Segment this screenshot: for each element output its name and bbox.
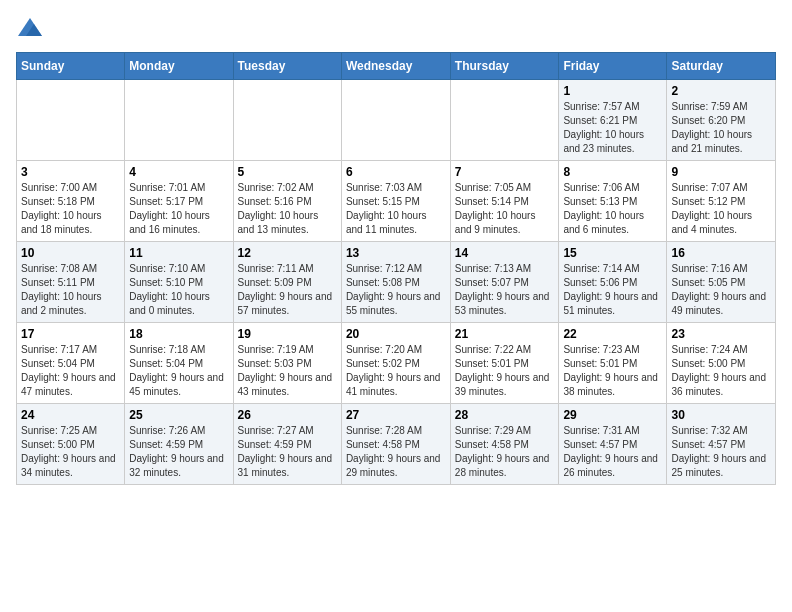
- day-info: Sunrise: 7:31 AM Sunset: 4:57 PM Dayligh…: [563, 424, 662, 480]
- day-number: 28: [455, 408, 555, 422]
- calendar-cell: 21Sunrise: 7:22 AM Sunset: 5:01 PM Dayli…: [450, 323, 559, 404]
- day-number: 9: [671, 165, 771, 179]
- day-info: Sunrise: 7:01 AM Sunset: 5:17 PM Dayligh…: [129, 181, 228, 237]
- day-number: 3: [21, 165, 120, 179]
- day-number: 16: [671, 246, 771, 260]
- column-header-wednesday: Wednesday: [341, 53, 450, 80]
- calendar-week-5: 24Sunrise: 7:25 AM Sunset: 5:00 PM Dayli…: [17, 404, 776, 485]
- calendar-cell: [233, 80, 341, 161]
- day-number: 2: [671, 84, 771, 98]
- page-header: [16, 16, 776, 44]
- day-info: Sunrise: 7:25 AM Sunset: 5:00 PM Dayligh…: [21, 424, 120, 480]
- calendar-cell: 24Sunrise: 7:25 AM Sunset: 5:00 PM Dayli…: [17, 404, 125, 485]
- day-number: 18: [129, 327, 228, 341]
- day-info: Sunrise: 7:07 AM Sunset: 5:12 PM Dayligh…: [671, 181, 771, 237]
- day-info: Sunrise: 7:02 AM Sunset: 5:16 PM Dayligh…: [238, 181, 337, 237]
- calendar-week-2: 3Sunrise: 7:00 AM Sunset: 5:18 PM Daylig…: [17, 161, 776, 242]
- day-number: 6: [346, 165, 446, 179]
- day-number: 27: [346, 408, 446, 422]
- calendar-cell: 9Sunrise: 7:07 AM Sunset: 5:12 PM Daylig…: [667, 161, 776, 242]
- calendar-table: SundayMondayTuesdayWednesdayThursdayFrid…: [16, 52, 776, 485]
- column-header-friday: Friday: [559, 53, 667, 80]
- calendar-cell: 26Sunrise: 7:27 AM Sunset: 4:59 PM Dayli…: [233, 404, 341, 485]
- day-info: Sunrise: 7:28 AM Sunset: 4:58 PM Dayligh…: [346, 424, 446, 480]
- day-number: 20: [346, 327, 446, 341]
- day-info: Sunrise: 7:32 AM Sunset: 4:57 PM Dayligh…: [671, 424, 771, 480]
- calendar-cell: 19Sunrise: 7:19 AM Sunset: 5:03 PM Dayli…: [233, 323, 341, 404]
- day-info: Sunrise: 7:06 AM Sunset: 5:13 PM Dayligh…: [563, 181, 662, 237]
- day-number: 22: [563, 327, 662, 341]
- calendar-cell: 1Sunrise: 7:57 AM Sunset: 6:21 PM Daylig…: [559, 80, 667, 161]
- day-info: Sunrise: 7:26 AM Sunset: 4:59 PM Dayligh…: [129, 424, 228, 480]
- calendar-cell: 5Sunrise: 7:02 AM Sunset: 5:16 PM Daylig…: [233, 161, 341, 242]
- calendar-cell: 30Sunrise: 7:32 AM Sunset: 4:57 PM Dayli…: [667, 404, 776, 485]
- day-info: Sunrise: 7:22 AM Sunset: 5:01 PM Dayligh…: [455, 343, 555, 399]
- day-number: 11: [129, 246, 228, 260]
- day-number: 15: [563, 246, 662, 260]
- calendar-cell: 23Sunrise: 7:24 AM Sunset: 5:00 PM Dayli…: [667, 323, 776, 404]
- day-number: 14: [455, 246, 555, 260]
- calendar-cell: 27Sunrise: 7:28 AM Sunset: 4:58 PM Dayli…: [341, 404, 450, 485]
- calendar-cell: [341, 80, 450, 161]
- day-info: Sunrise: 7:05 AM Sunset: 5:14 PM Dayligh…: [455, 181, 555, 237]
- calendar-header-row: SundayMondayTuesdayWednesdayThursdayFrid…: [17, 53, 776, 80]
- calendar-cell: 12Sunrise: 7:11 AM Sunset: 5:09 PM Dayli…: [233, 242, 341, 323]
- day-info: Sunrise: 7:23 AM Sunset: 5:01 PM Dayligh…: [563, 343, 662, 399]
- day-info: Sunrise: 7:18 AM Sunset: 5:04 PM Dayligh…: [129, 343, 228, 399]
- day-number: 23: [671, 327, 771, 341]
- logo-icon: [16, 16, 44, 44]
- calendar-cell: 25Sunrise: 7:26 AM Sunset: 4:59 PM Dayli…: [125, 404, 233, 485]
- day-info: Sunrise: 7:12 AM Sunset: 5:08 PM Dayligh…: [346, 262, 446, 318]
- day-info: Sunrise: 7:14 AM Sunset: 5:06 PM Dayligh…: [563, 262, 662, 318]
- calendar-week-3: 10Sunrise: 7:08 AM Sunset: 5:11 PM Dayli…: [17, 242, 776, 323]
- calendar-cell: 7Sunrise: 7:05 AM Sunset: 5:14 PM Daylig…: [450, 161, 559, 242]
- column-header-sunday: Sunday: [17, 53, 125, 80]
- day-info: Sunrise: 7:17 AM Sunset: 5:04 PM Dayligh…: [21, 343, 120, 399]
- calendar-cell: 15Sunrise: 7:14 AM Sunset: 5:06 PM Dayli…: [559, 242, 667, 323]
- day-number: 21: [455, 327, 555, 341]
- calendar-cell: 17Sunrise: 7:17 AM Sunset: 5:04 PM Dayli…: [17, 323, 125, 404]
- calendar-cell: [450, 80, 559, 161]
- day-info: Sunrise: 7:24 AM Sunset: 5:00 PM Dayligh…: [671, 343, 771, 399]
- column-header-thursday: Thursday: [450, 53, 559, 80]
- calendar-cell: 8Sunrise: 7:06 AM Sunset: 5:13 PM Daylig…: [559, 161, 667, 242]
- day-number: 13: [346, 246, 446, 260]
- calendar-cell: 10Sunrise: 7:08 AM Sunset: 5:11 PM Dayli…: [17, 242, 125, 323]
- day-info: Sunrise: 7:03 AM Sunset: 5:15 PM Dayligh…: [346, 181, 446, 237]
- calendar-cell: 11Sunrise: 7:10 AM Sunset: 5:10 PM Dayli…: [125, 242, 233, 323]
- day-info: Sunrise: 7:20 AM Sunset: 5:02 PM Dayligh…: [346, 343, 446, 399]
- calendar-week-1: 1Sunrise: 7:57 AM Sunset: 6:21 PM Daylig…: [17, 80, 776, 161]
- day-number: 12: [238, 246, 337, 260]
- day-info: Sunrise: 7:27 AM Sunset: 4:59 PM Dayligh…: [238, 424, 337, 480]
- day-info: Sunrise: 7:16 AM Sunset: 5:05 PM Dayligh…: [671, 262, 771, 318]
- calendar-cell: 14Sunrise: 7:13 AM Sunset: 5:07 PM Dayli…: [450, 242, 559, 323]
- calendar-cell: 16Sunrise: 7:16 AM Sunset: 5:05 PM Dayli…: [667, 242, 776, 323]
- calendar-cell: 28Sunrise: 7:29 AM Sunset: 4:58 PM Dayli…: [450, 404, 559, 485]
- calendar-cell: 29Sunrise: 7:31 AM Sunset: 4:57 PM Dayli…: [559, 404, 667, 485]
- calendar-cell: 18Sunrise: 7:18 AM Sunset: 5:04 PM Dayli…: [125, 323, 233, 404]
- day-number: 17: [21, 327, 120, 341]
- day-number: 24: [21, 408, 120, 422]
- calendar-cell: 13Sunrise: 7:12 AM Sunset: 5:08 PM Dayli…: [341, 242, 450, 323]
- day-info: Sunrise: 7:59 AM Sunset: 6:20 PM Dayligh…: [671, 100, 771, 156]
- calendar-cell: 22Sunrise: 7:23 AM Sunset: 5:01 PM Dayli…: [559, 323, 667, 404]
- calendar-cell: 20Sunrise: 7:20 AM Sunset: 5:02 PM Dayli…: [341, 323, 450, 404]
- day-number: 1: [563, 84, 662, 98]
- day-number: 30: [671, 408, 771, 422]
- day-number: 4: [129, 165, 228, 179]
- day-info: Sunrise: 7:19 AM Sunset: 5:03 PM Dayligh…: [238, 343, 337, 399]
- calendar-cell: 6Sunrise: 7:03 AM Sunset: 5:15 PM Daylig…: [341, 161, 450, 242]
- day-number: 29: [563, 408, 662, 422]
- day-number: 7: [455, 165, 555, 179]
- day-number: 25: [129, 408, 228, 422]
- calendar-cell: 2Sunrise: 7:59 AM Sunset: 6:20 PM Daylig…: [667, 80, 776, 161]
- day-info: Sunrise: 7:57 AM Sunset: 6:21 PM Dayligh…: [563, 100, 662, 156]
- day-number: 8: [563, 165, 662, 179]
- day-info: Sunrise: 7:00 AM Sunset: 5:18 PM Dayligh…: [21, 181, 120, 237]
- day-info: Sunrise: 7:11 AM Sunset: 5:09 PM Dayligh…: [238, 262, 337, 318]
- day-number: 10: [21, 246, 120, 260]
- calendar-cell: [17, 80, 125, 161]
- day-info: Sunrise: 7:29 AM Sunset: 4:58 PM Dayligh…: [455, 424, 555, 480]
- column-header-saturday: Saturday: [667, 53, 776, 80]
- day-info: Sunrise: 7:13 AM Sunset: 5:07 PM Dayligh…: [455, 262, 555, 318]
